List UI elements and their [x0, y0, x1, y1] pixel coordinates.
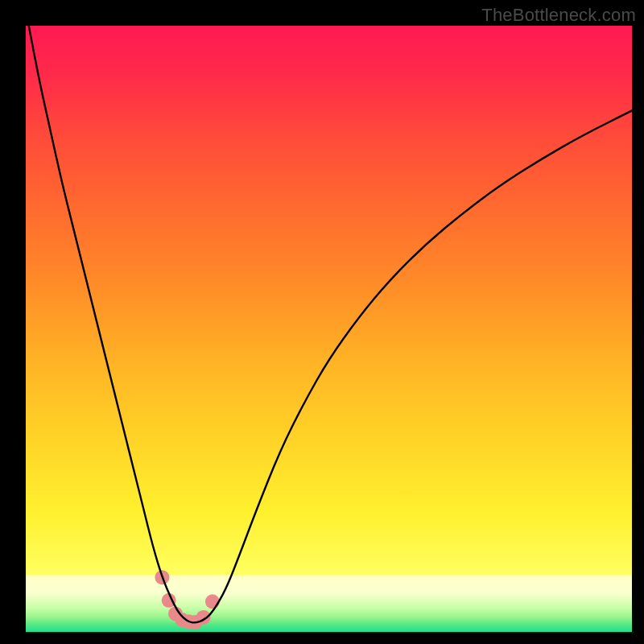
chart-frame: TheBottleneck.com [0, 0, 644, 644]
bottleneck-chart [0, 0, 644, 644]
gradient-background [26, 26, 632, 632]
highlight-point [205, 594, 220, 609]
watermark-text: TheBottleneck.com [481, 5, 636, 26]
